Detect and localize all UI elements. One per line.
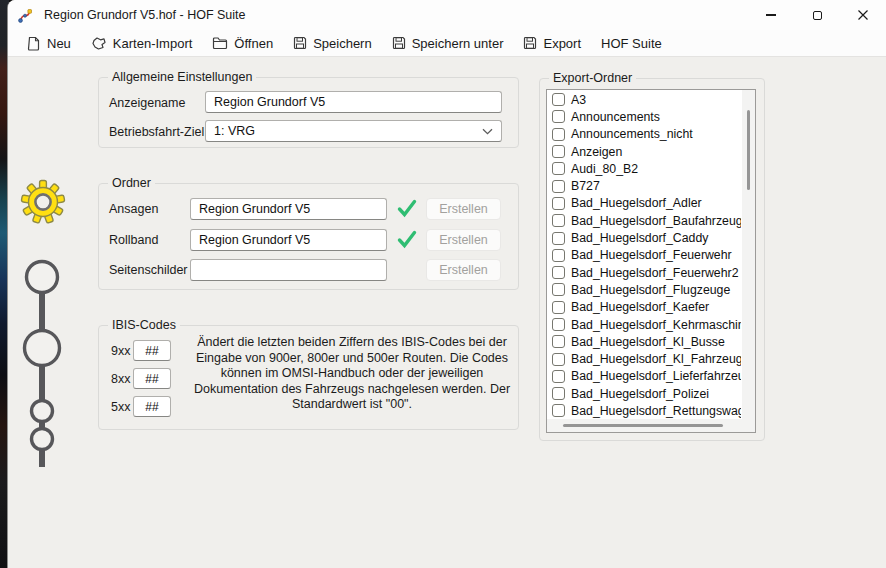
export-ordner-groupbox: Export-Ordner A3AnnouncementsAnnouncemen…	[539, 78, 765, 441]
export-folder-item[interactable]: Announcements	[548, 108, 741, 125]
ibis-8xx-input[interactable]	[133, 368, 171, 389]
folder-checkbox[interactable]	[552, 266, 565, 279]
vertical-scrollbar-thumb[interactable]	[747, 110, 750, 190]
toolbar-item-speichern-unter[interactable]: Speichern unter	[382, 33, 514, 54]
export-folder-item[interactable]: Bad_Huegelsdorf_Kehrmaschine	[548, 316, 741, 333]
export-folder-item[interactable]: Bad_Huegelsdorf_Caddy	[548, 229, 741, 246]
gear-icon	[19, 179, 67, 225]
export-folder-item[interactable]: Bad_Huegelsdorf_Baufahrzeuge	[548, 212, 741, 229]
toolbar-item-label: Speichern unter	[412, 36, 504, 51]
close-button[interactable]	[840, 0, 886, 30]
export-folder-item[interactable]: Bad_Huegelsdorf_Lieferfahrzeug	[548, 368, 741, 385]
toolbar-item-neu[interactable]: Neu	[17, 33, 81, 54]
folder-name: Bad_Huegelsdorf_Caddy	[571, 231, 708, 245]
folder-checkbox[interactable]	[552, 404, 565, 417]
export-folder-item[interactable]: Bad_Huegelsdorf_Rettungswagen	[548, 402, 741, 418]
export-folder-item[interactable]: B727	[548, 177, 741, 194]
folder-checkbox[interactable]	[552, 93, 565, 106]
anzeigename-input[interactable]	[205, 91, 502, 113]
betriebsfahrt-ziel-select[interactable]: 1: VRG	[205, 120, 502, 142]
folder-name: Bad_Huegelsdorf_Polizei	[571, 387, 709, 401]
seitenschilder-input[interactable]	[190, 259, 387, 281]
betriebsfahrt-ziel-value: 1: VRG	[214, 124, 255, 138]
erstellen-button-seitenschilder[interactable]: Erstellen	[426, 259, 501, 281]
folder-checkbox[interactable]	[552, 318, 565, 331]
chevron-down-icon	[482, 128, 493, 135]
export-folder-item[interactable]: Bad_Huegelsdorf_Adler	[548, 195, 741, 212]
toolbar-item-label: Karten-Import	[113, 36, 192, 51]
toolbar-item-export[interactable]: Export	[513, 33, 591, 54]
app-window: Region Grundorf V5.hof - HOF Suite NeuKa…	[7, 0, 886, 568]
folder-checkbox[interactable]	[552, 162, 565, 175]
ibis-5xx-input[interactable]	[133, 396, 171, 417]
toolbar-item-karten-import[interactable]: Karten-Import	[81, 33, 202, 54]
ansagen-valid-check-icon	[396, 197, 418, 219]
general-settings-legend: Allgemeine Einstellungen	[108, 70, 256, 84]
map-icon	[91, 36, 107, 51]
ibis-codes-legend: IBIS-Codes	[108, 318, 180, 332]
rollband-valid-check-icon	[396, 228, 418, 250]
folder-checkbox[interactable]	[552, 232, 565, 245]
export-folder-item[interactable]: A3	[548, 91, 741, 108]
export-folder-listbox: A3AnnouncementsAnnouncements_nichtAnzeig…	[546, 89, 756, 433]
open-folder-icon	[212, 36, 228, 50]
toolbar-item-label: HOF Suite	[601, 36, 662, 51]
folder-name: Bad_Huegelsdorf_Adler	[571, 196, 702, 210]
export-folder-item[interactable]: Audi_80_B2	[548, 160, 741, 177]
export-folder-item[interactable]: Bad_Huegelsdorf_Polizei	[548, 385, 741, 402]
export-folder-item[interactable]: Bad_Huegelsdorf_Feuerwehr2	[548, 264, 741, 281]
save-as-icon	[392, 36, 406, 50]
horizontal-scrollbar-thumb[interactable]	[563, 424, 723, 427]
ibis-9xx-input[interactable]	[133, 340, 171, 361]
vertical-scrollbar[interactable]	[742, 90, 755, 419]
toolbar-item-label: Export	[543, 36, 581, 51]
export-folder-item[interactable]: Announcements_nicht	[548, 126, 741, 143]
folder-checkbox[interactable]	[552, 370, 565, 383]
window-title: Region Grundorf V5.hof - HOF Suite	[44, 8, 245, 22]
folder-checkbox[interactable]	[552, 335, 565, 348]
folder-name: Bad_Huegelsdorf_Kehrmaschine	[571, 318, 741, 332]
folder-checkbox[interactable]	[552, 249, 565, 262]
toolbar-item-hof-suite[interactable]: HOF Suite	[591, 33, 672, 54]
folder-checkbox[interactable]	[552, 301, 565, 314]
export-folder-item[interactable]: Bad_Huegelsdorf_Kl_Busse	[548, 333, 741, 350]
ibis-description: Ändert die letzten beiden Ziffern des IB…	[193, 335, 511, 413]
folder-checkbox[interactable]	[552, 110, 565, 123]
rollband-input[interactable]	[190, 229, 387, 251]
folder-name: Announcements	[571, 110, 660, 124]
minimize-button[interactable]	[748, 0, 794, 30]
folder-name: Bad_Huegelsdorf_Feuerwehr	[571, 248, 732, 262]
export-folder-item[interactable]: Bad_Huegelsdorf_Kl_Fahrzeuge	[548, 350, 741, 367]
toolbar-item-speichern[interactable]: Speichern	[283, 33, 382, 54]
folder-checkbox[interactable]	[552, 283, 565, 296]
ibis-5xx-label: 5xx	[111, 400, 130, 414]
new-file-icon	[27, 36, 41, 51]
folder-name: Anzeigen	[571, 145, 622, 159]
ibis-9xx-label: 9xx	[111, 344, 130, 358]
ansagen-input[interactable]	[190, 198, 387, 220]
folder-checkbox[interactable]	[552, 145, 565, 158]
export-folder-item[interactable]: Bad_Huegelsdorf_Feuerwehr	[548, 247, 741, 264]
erstellen-button-rollband[interactable]: Erstellen	[426, 229, 501, 251]
seitenschilder-label: Seitenschilder	[109, 263, 188, 277]
folder-name: Bad_Huegelsdorf_Kaefer	[571, 300, 709, 314]
maximize-button[interactable]	[794, 0, 840, 30]
folder-checkbox[interactable]	[552, 353, 565, 366]
ansagen-label: Ansagen	[109, 202, 158, 216]
scrollbar-corner	[742, 419, 755, 432]
folder-checkbox[interactable]	[552, 128, 565, 141]
folder-checkbox[interactable]	[552, 387, 565, 400]
folder-checkbox[interactable]	[552, 214, 565, 227]
toolbar-item-label: Neu	[47, 36, 71, 51]
titlebar: Region Grundorf V5.hof - HOF Suite	[8, 0, 886, 30]
folder-checkbox[interactable]	[552, 197, 565, 210]
anzeigename-label: Anzeigename	[109, 96, 185, 110]
toolbar-item--ffnen[interactable]: Öffnen	[202, 33, 283, 54]
export-folder-item[interactable]: Bad_Huegelsdorf_Kaefer	[548, 299, 741, 316]
export-folder-item[interactable]: Anzeigen	[548, 143, 741, 160]
folder-checkbox[interactable]	[552, 180, 565, 193]
ibis-8xx-label: 8xx	[111, 372, 130, 386]
horizontal-scrollbar[interactable]	[547, 419, 742, 432]
export-folder-item[interactable]: Bad_Huegelsdorf_Flugzeuge	[548, 281, 741, 298]
erstellen-button-ansagen[interactable]: Erstellen	[426, 198, 501, 220]
